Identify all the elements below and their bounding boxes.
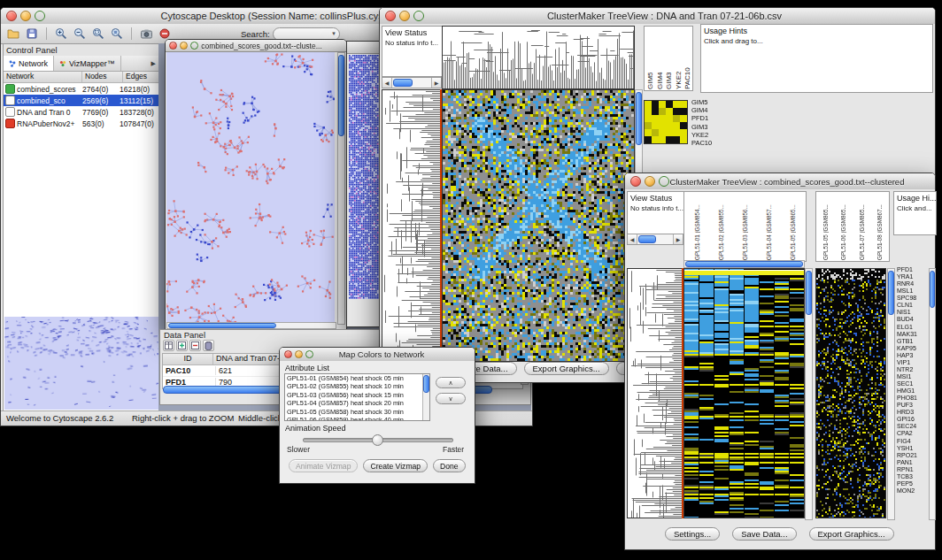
close-button[interactable] xyxy=(284,350,292,358)
scrollbar-thumb[interactable] xyxy=(888,271,894,315)
row-dendrogram[interactable] xyxy=(382,89,441,362)
attribute-list-item[interactable]: GPL51-01 (GSM854) heat shock 05 min xyxy=(285,374,429,382)
scrollbar-thumb[interactable] xyxy=(393,79,413,87)
tab-overflow-button[interactable]: ▶ xyxy=(148,56,159,71)
column-header[interactable]: Network xyxy=(4,72,82,82)
id-column-header[interactable]: ID xyxy=(163,354,213,364)
treeview-titlebar[interactable]: ClusterMaker TreeView : DNA and Tran 07-… xyxy=(380,8,935,25)
scroll-right-icon[interactable]: ▶ xyxy=(431,78,441,88)
mini-horizontal-scrollbar[interactable]: ◀ ▶ xyxy=(382,77,442,88)
scrollbar-thumb[interactable] xyxy=(338,55,344,136)
export-graphics-button[interactable]: Export Graphics... xyxy=(524,362,609,375)
secondary-heatmap[interactable] xyxy=(815,268,886,518)
snapshot-icon[interactable] xyxy=(138,27,154,42)
minimize-button[interactable] xyxy=(399,11,410,21)
zoom-out-icon[interactable] xyxy=(72,27,88,42)
mini-horizontal-scrollbar[interactable]: ◀ ▶ xyxy=(627,234,683,245)
zoom-button[interactable] xyxy=(35,11,45,21)
scroll-left-icon[interactable]: ◀ xyxy=(628,234,637,244)
zoom-in-icon[interactable] xyxy=(53,27,69,42)
treeview-titlebar[interactable]: ClusterMaker TreeView : combined_scores_… xyxy=(625,173,935,190)
scrollbar-thumb[interactable] xyxy=(638,235,656,243)
network-edges: 183728(0) xyxy=(120,108,159,117)
close-button[interactable] xyxy=(630,176,641,187)
scrollbar-track[interactable] xyxy=(637,234,673,244)
network-list-row-selected[interactable]: combined_sco 2569(6) 13112(15) xyxy=(4,95,159,106)
dialog-titlebar[interactable]: Map Colors to Network xyxy=(280,348,475,362)
delete-attribute-icon[interactable] xyxy=(189,340,201,351)
save-session-button[interactable] xyxy=(24,27,40,42)
speed-slider[interactable] xyxy=(303,438,453,442)
network-name: DNA and Tran 0 xyxy=(17,108,82,117)
tab-network[interactable]: Network xyxy=(4,56,54,71)
export-graphics-button[interactable]: Export Graphics... xyxy=(809,527,894,541)
status-zoom-hint: Right-click + drag to ZOOM xyxy=(132,413,234,423)
vertical-scrollbar[interactable] xyxy=(929,268,936,520)
window-titlebar[interactable] xyxy=(347,42,382,54)
zoom-button[interactable] xyxy=(305,350,313,358)
network-window-titlebar[interactable]: combined_scores_good.txt--cluste... xyxy=(166,40,346,52)
network-overview-thumbnail[interactable] xyxy=(4,317,158,410)
vertical-scrollbar[interactable] xyxy=(337,52,345,325)
create-attribute-icon[interactable] xyxy=(176,340,188,351)
attribute-database-icon[interactable] xyxy=(203,340,214,351)
settings-button[interactable]: Settings... xyxy=(665,527,720,541)
scrollbar-thumb[interactable] xyxy=(423,375,429,393)
zoom-button[interactable] xyxy=(413,11,424,21)
gene-label: YSH1 xyxy=(897,445,927,452)
zoom-selected-icon[interactable] xyxy=(90,27,106,42)
zoom-button[interactable] xyxy=(190,42,198,50)
move-down-button[interactable]: ∨ xyxy=(436,393,466,404)
row-dendrogram[interactable] xyxy=(627,268,683,518)
network-list-row[interactable]: combined_scores 2764(0) 16218(0) xyxy=(4,83,159,95)
horizontal-scrollbar[interactable] xyxy=(166,322,336,329)
zoom-button[interactable] xyxy=(659,176,669,187)
attribute-list-item[interactable]: GPL51-03 (GSM856) heat shock 15 min xyxy=(285,391,429,399)
horizontal-scrollbar[interactable] xyxy=(683,260,805,268)
minimize-button[interactable] xyxy=(20,11,31,21)
move-up-button[interactable]: ∧ xyxy=(436,377,466,388)
save-data-button[interactable]: Save Data... xyxy=(732,527,796,541)
attribute-list[interactable]: GPL51-01 (GSM854) heat shock 05 minGPL51… xyxy=(284,373,430,421)
network-list-row[interactable]: RNAPuberNov2+ 563(0) 107847(0) xyxy=(4,118,159,129)
column-dendrogram[interactable] xyxy=(442,26,635,89)
scrollbar-track[interactable] xyxy=(392,78,431,88)
minimize-button[interactable] xyxy=(645,176,655,187)
select-attributes-icon[interactable] xyxy=(163,340,174,351)
done-button[interactable]: Done xyxy=(433,459,466,472)
dense-network-canvas[interactable] xyxy=(349,55,379,299)
network-list-row[interactable]: DNA and Tran 0 7769(0) 183728(0) xyxy=(4,106,159,118)
similarity-matrix[interactable] xyxy=(644,100,688,144)
scrollbar-thumb[interactable] xyxy=(685,261,803,267)
slider-min-label: Slower xyxy=(287,445,310,454)
scroll-left-icon[interactable]: ◀ xyxy=(382,78,392,88)
vertical-scrollbar[interactable] xyxy=(887,268,895,520)
scrollbar-thumb[interactable] xyxy=(806,271,812,315)
zoom-fit-icon[interactable] xyxy=(109,27,125,42)
minimize-button[interactable] xyxy=(295,350,303,358)
scrollbar-thumb[interactable] xyxy=(168,323,276,328)
close-button[interactable] xyxy=(385,11,396,21)
scroll-right-icon[interactable]: ▶ xyxy=(673,234,683,244)
network-graph-canvas[interactable] xyxy=(166,52,335,323)
list-scrollbar[interactable] xyxy=(422,374,429,420)
scrollbar-thumb[interactable] xyxy=(636,92,642,145)
close-button[interactable] xyxy=(6,11,17,21)
column-header[interactable]: Edges xyxy=(123,72,159,82)
expression-heatmap[interactable] xyxy=(683,268,805,518)
attribute-list-item[interactable]: GPL51-02 (GSM855) heat shock 10 min xyxy=(285,382,429,390)
vertical-scrollbar[interactable] xyxy=(805,268,813,520)
scrollbar-thumb[interactable] xyxy=(930,271,935,308)
attribute-list-item[interactable]: GPL51-05 (GSM858) heat shock 30 min xyxy=(285,408,429,416)
open-session-button[interactable] xyxy=(5,27,21,42)
close-button[interactable] xyxy=(169,42,177,50)
minimize-button[interactable] xyxy=(180,42,188,50)
slider-thumb[interactable] xyxy=(372,434,383,446)
tab-vizmapper[interactable]: VizMapper™ xyxy=(54,56,121,71)
column-header[interactable]: Nodes xyxy=(82,72,123,82)
attribute-list-item[interactable]: GPL51-04 (GSM857) heat shock 20 min xyxy=(285,399,429,407)
expression-heatmap[interactable] xyxy=(442,89,635,362)
create-vizmap-button[interactable]: Create Vizmap xyxy=(363,459,428,472)
animate-vizmap-button[interactable]: Animate Vizmap xyxy=(289,459,358,472)
attribute-list-item[interactable]: GPL51-06 (GSM859) heat shock 40 min xyxy=(285,416,429,421)
